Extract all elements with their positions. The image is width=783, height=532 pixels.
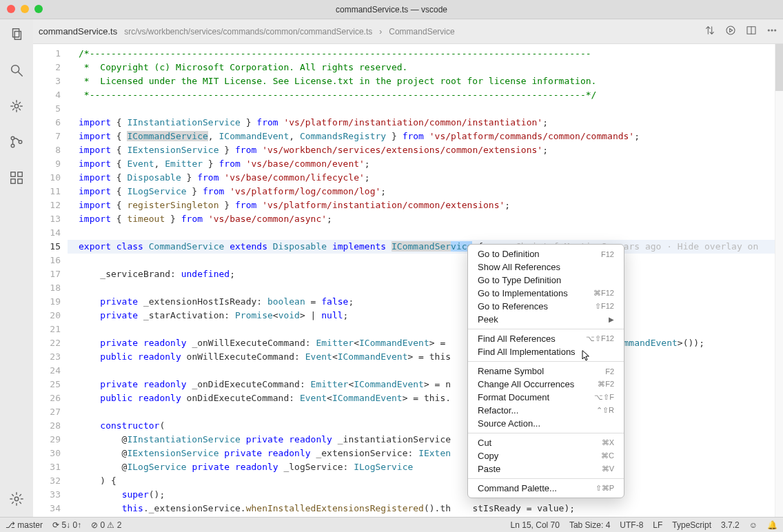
menu-separator (468, 478, 624, 479)
menu-item-go-to-type-definition[interactable]: Go to Type Definition (468, 274, 624, 287)
menu-item-label: Find All References (478, 334, 586, 344)
minimap[interactable] (775, 44, 783, 517)
svg-point-2 (12, 65, 19, 73)
extensions-icon[interactable] (7, 168, 26, 187)
activity-bar (0, 19, 33, 517)
menu-item-shortcut: ⌥⇧F (594, 393, 614, 402)
statusbar: ⎇ master ⟳ 5↓ 0↑ ⊘ 0 ⚠ 2 Ln 15, Col 70 T… (0, 517, 783, 532)
menu-item-peek[interactable]: Peek▶ (468, 313, 624, 326)
window-controls (7, 5, 43, 13)
svg-point-19 (775, 30, 776, 31)
menu-separator (468, 329, 624, 329)
status-errors[interactable]: ⊘ 0 ⚠ 2 (91, 520, 121, 530)
status-eol[interactable]: LF (653, 520, 662, 530)
minimize-window-icon[interactable] (21, 5, 29, 13)
menu-item-shortcut: ⇧F12 (595, 302, 614, 311)
status-branch[interactable]: ⎇ master (6, 520, 43, 530)
menu-item-label: Source Action... (478, 418, 614, 429)
code-content[interactable]: /*--------------------------------------… (68, 44, 783, 517)
menu-item-label: Go to Implementations (478, 288, 593, 298)
status-version[interactable]: 3.7.2 (721, 520, 740, 530)
status-lang[interactable]: TypeScript (672, 520, 711, 530)
menu-item-find-all-implementations[interactable]: Find All Implementations (468, 345, 624, 358)
gear-icon[interactable] (7, 489, 26, 509)
menu-item-shortcut: F12 (601, 250, 614, 258)
minimap-thumb[interactable] (775, 44, 783, 91)
menu-item-go-to-implementations[interactable]: Go to Implementations⌘F12 (468, 287, 624, 300)
menu-item-label: Show All References (478, 262, 614, 272)
titlebar: commandService.ts — vscode (0, 0, 783, 19)
menu-item-label: Peek (478, 314, 609, 325)
menu-item-label: Change All Occurrences (478, 379, 598, 389)
mouse-cursor (582, 350, 590, 361)
menu-item-shortcut: ⌘X (602, 438, 614, 447)
menu-separator (468, 433, 624, 433)
menu-item-shortcut: ⌘F12 (593, 289, 614, 298)
menu-item-label: Go to Type Definition (478, 275, 614, 285)
menu-item-label: Rename Symbol (478, 366, 605, 376)
preview-icon[interactable] (725, 25, 736, 38)
menu-item-go-to-definition[interactable]: Go to DefinitionF12 (468, 247, 624, 260)
feedback-icon[interactable]: ☺ (749, 520, 757, 530)
menu-item-label: Cut (478, 438, 602, 448)
status-cursor[interactable]: Ln 15, Col 70 (511, 520, 560, 530)
svg-rect-8 (11, 172, 15, 176)
svg-point-4 (14, 104, 19, 108)
svg-point-18 (771, 30, 773, 31)
menu-item-copy[interactable]: Copy⌘C (468, 449, 624, 462)
menu-item-shortcut: ⌥⇧F12 (586, 334, 614, 343)
menu-item-find-all-references[interactable]: Find All References⌥⇧F12 (468, 332, 624, 345)
line-gutter: 1234567891011121314151617181920212223242… (33, 44, 68, 517)
svg-point-17 (768, 30, 769, 31)
code-editor[interactable]: 1234567891011121314151617181920212223242… (33, 44, 783, 517)
window-title: commandService.ts — vscode (336, 5, 447, 14)
svg-rect-11 (18, 179, 22, 183)
menu-item-shortcut: ⌘V (602, 464, 614, 473)
svg-rect-10 (11, 179, 15, 183)
compare-icon[interactable] (704, 25, 715, 38)
menu-item-go-to-references[interactable]: Go to References⇧F12 (468, 300, 624, 313)
zoom-window-icon[interactable] (34, 5, 43, 13)
svg-marker-14 (730, 28, 733, 32)
menu-item-format-document[interactable]: Format Document⌥⇧F (468, 391, 624, 404)
menu-item-label: Paste (478, 464, 602, 474)
menu-item-label: Command Palette... (478, 483, 596, 493)
menu-item-label: Go to References (478, 301, 595, 311)
menu-item-paste[interactable]: Paste⌘V (468, 462, 624, 475)
menu-item-show-all-references[interactable]: Show All References (468, 260, 624, 274)
status-tabsize[interactable]: Tab Size: 4 (569, 520, 610, 530)
menu-item-command-palette[interactable]: Command Palette...⇧⌘P (468, 482, 624, 495)
breadcrumb-path[interactable]: src/vs/workbench/services/commands/commo… (124, 27, 372, 37)
svg-point-13 (726, 26, 735, 34)
svg-line-3 (19, 72, 23, 76)
bell-icon[interactable]: 🔔 (767, 520, 777, 530)
menu-item-shortcut: ⌘C (601, 451, 614, 460)
menu-item-refactor[interactable]: Refactor...⌃⇧R (468, 404, 624, 417)
context-menu[interactable]: Go to DefinitionF12Show All ReferencesGo… (467, 244, 624, 498)
menu-item-label: Go to Definition (478, 249, 601, 259)
menu-item-shortcut: F2 (605, 367, 614, 376)
menu-item-change-all-occurrences[interactable]: Change All Occurrences⌘F2 (468, 378, 624, 391)
menu-item-shortcut: ⌘F2 (598, 380, 614, 389)
more-icon[interactable] (766, 25, 777, 38)
split-editor-icon[interactable] (746, 25, 757, 38)
menu-separator (468, 361, 624, 362)
menu-item-source-action[interactable]: Source Action... (468, 417, 624, 430)
menu-item-label: Copy (478, 451, 601, 461)
debug-icon[interactable] (7, 96, 26, 116)
tab-title[interactable]: commandService.ts (39, 26, 117, 37)
svg-point-12 (14, 497, 19, 501)
source-control-icon[interactable] (7, 132, 26, 152)
menu-item-cut[interactable]: Cut⌘X (468, 436, 624, 449)
tabbar: commandService.ts src/vs/workbench/servi… (33, 19, 783, 44)
menu-item-rename-symbol[interactable]: Rename SymbolF2 (468, 365, 624, 378)
files-icon[interactable] (7, 25, 26, 44)
breadcrumb-sep: › (379, 27, 382, 37)
status-encoding[interactable]: UTF-8 (620, 520, 643, 530)
status-sync[interactable]: ⟳ 5↓ 0↑ (52, 520, 81, 530)
menu-item-shortcut: ⇧⌘P (596, 484, 614, 493)
search-icon[interactable] (7, 61, 26, 80)
svg-rect-0 (13, 29, 19, 37)
breadcrumb-symbol[interactable]: CommandService (389, 27, 454, 37)
close-window-icon[interactable] (7, 5, 15, 13)
